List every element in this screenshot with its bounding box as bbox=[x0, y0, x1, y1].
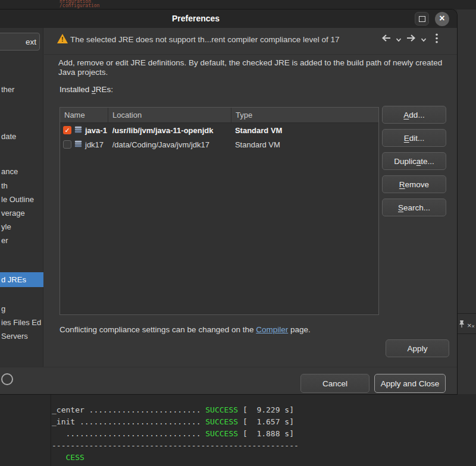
button-text: dd... bbox=[409, 111, 424, 119]
divider bbox=[0, 367, 457, 367]
table-header: Name Location Type bbox=[60, 108, 378, 123]
checkbox-checked[interactable]: ✓ bbox=[63, 126, 71, 134]
console-line: ----------------------------------------… bbox=[52, 440, 299, 451]
maximize-icon bbox=[419, 16, 425, 22]
jre-type: Standard VM bbox=[231, 140, 378, 149]
header-nav bbox=[381, 33, 438, 46]
jre-location: /usr/lib/jvm/java-11-openjdk bbox=[108, 126, 231, 135]
console-success-text: CESS bbox=[65, 453, 84, 462]
console-text: _center ........................ bbox=[52, 405, 205, 414]
button-mnemonic: R bbox=[399, 180, 405, 189]
column-header-location[interactable]: Location bbox=[108, 108, 231, 122]
sidebar-item[interactable]: ther bbox=[1, 83, 14, 96]
table-row[interactable]: ✓ java-1 /usr/lib/jvm/java-11-openjdk St… bbox=[60, 123, 378, 137]
column-header-type[interactable]: Type bbox=[231, 108, 378, 122]
label-text: REs: bbox=[96, 85, 113, 94]
divider bbox=[51, 394, 51, 466]
background-top-strip: nfiguration /configuration bbox=[0, 0, 476, 10]
sidebar-item[interactable]: le Outline bbox=[1, 193, 34, 206]
preferences-dialog: Preferences × ext ther date ance th le O… bbox=[0, 10, 457, 394]
console-toolbar: ×× bbox=[458, 317, 476, 333]
note-text: page. bbox=[288, 325, 311, 334]
console-text: [ 9.229 s] bbox=[238, 405, 294, 414]
console-text: ----------------------------------------… bbox=[52, 441, 299, 450]
apply-and-close-button[interactable]: Apply and Close bbox=[374, 374, 446, 393]
warning-exclamation: ! bbox=[61, 36, 64, 43]
edit-button[interactable]: Edit... bbox=[382, 129, 446, 147]
sidebar-item[interactable]: g bbox=[1, 303, 5, 316]
button-mnemonic: E bbox=[404, 134, 409, 143]
view-menu-kebab-icon[interactable] bbox=[436, 33, 438, 46]
help-button[interactable] bbox=[1, 373, 13, 385]
background-right-panel: ×× bbox=[457, 10, 476, 394]
sidebar-item[interactable]: ance bbox=[1, 165, 18, 178]
button-mnemonic: S bbox=[398, 203, 403, 212]
button-text: emove bbox=[405, 180, 430, 189]
cancel-button[interactable]: Cancel bbox=[300, 374, 369, 393]
button-text: earch... bbox=[403, 203, 430, 212]
apply-button[interactable]: Apply bbox=[386, 339, 449, 357]
column-header-name[interactable]: Name bbox=[60, 108, 108, 122]
button-mnemonic: A bbox=[403, 111, 409, 119]
console-output: _center ........................ SUCCESS… bbox=[0, 394, 476, 466]
search-button[interactable]: Search... bbox=[382, 199, 446, 216]
jre-library-icon bbox=[74, 139, 83, 150]
sidebar-item[interactable]: ies Files Ed bbox=[1, 316, 41, 329]
preferences-sidebar: ext ther date ance th le Outline verage … bbox=[0, 28, 43, 367]
cell-name: ✓ java-1 bbox=[60, 125, 108, 136]
pin-console-icon[interactable] bbox=[458, 320, 465, 330]
jre-type: Standard VM bbox=[231, 126, 378, 135]
filter-input[interactable]: ext bbox=[0, 33, 40, 51]
jre-name: java-1 bbox=[85, 126, 107, 135]
cell-name: jdk17 bbox=[60, 139, 108, 150]
compiler-page-link[interactable]: Compiler bbox=[256, 325, 288, 334]
add-button[interactable]: Add... bbox=[382, 106, 446, 124]
dialog-titlebar: Preferences × bbox=[0, 10, 457, 28]
close-all-consoles-icon[interactable]: ×× bbox=[467, 322, 475, 329]
back-arrow-icon[interactable] bbox=[381, 34, 392, 45]
console-success-text: SUCCESS bbox=[205, 405, 238, 414]
sidebar-item[interactable]: Servers bbox=[1, 330, 28, 343]
sidebar-item[interactable]: yle bbox=[1, 221, 11, 234]
divider bbox=[44, 54, 457, 55]
console-line: ............................. SUCCESS [ … bbox=[52, 429, 294, 439]
console-success-text: SUCCESS bbox=[205, 429, 238, 438]
close-icon: × bbox=[439, 13, 444, 23]
remove-button[interactable]: Remove bbox=[382, 175, 446, 193]
installed-jres-label: Installed JREs: bbox=[60, 85, 113, 94]
warning-icon: ! bbox=[57, 34, 68, 44]
note-text: Conflicting compliance settings can be c… bbox=[60, 325, 256, 334]
forward-history-chevron-icon[interactable] bbox=[421, 34, 427, 45]
console-text: [ 1.657 s] bbox=[238, 417, 294, 426]
label-text: Installed bbox=[60, 85, 92, 94]
background-terminal-text: /configuration bbox=[60, 4, 99, 8]
duplicate-button[interactable]: Duplicate... bbox=[382, 152, 446, 170]
close-button[interactable]: × bbox=[435, 12, 449, 26]
warning-message: The selected JRE does not support th...r… bbox=[70, 35, 340, 44]
console-text: _init .......................... bbox=[52, 417, 205, 426]
console-line: _center ........................ SUCCESS… bbox=[52, 405, 294, 415]
console-text: [ 1.888 s] bbox=[238, 429, 294, 438]
console-text bbox=[52, 453, 65, 462]
console-line: _init .......................... SUCCESS… bbox=[52, 417, 294, 427]
table-row[interactable]: jdk17 /data/Coding/Java/jvm/jdk17 Standa… bbox=[60, 137, 378, 152]
sidebar-item[interactable]: date bbox=[1, 130, 16, 143]
maximize-button[interactable] bbox=[415, 12, 429, 26]
sidebar-item-installed-jres[interactable]: d JREs bbox=[0, 272, 43, 287]
jre-name: jdk17 bbox=[85, 140, 104, 149]
sidebar-item[interactable]: th bbox=[1, 180, 8, 193]
back-history-chevron-icon[interactable] bbox=[396, 34, 402, 45]
sidebar-item[interactable]: verage bbox=[1, 207, 25, 220]
label-mnemonic: J bbox=[92, 85, 96, 94]
console-text: ............................. bbox=[52, 429, 205, 438]
console-success-text: SUCCESS bbox=[205, 417, 238, 426]
divider bbox=[457, 313, 476, 314]
compliance-note: Conflicting compliance settings can be c… bbox=[60, 325, 311, 334]
sidebar-item[interactable]: er bbox=[1, 234, 8, 247]
forward-arrow-icon[interactable] bbox=[406, 34, 416, 45]
checkbox-unchecked[interactable] bbox=[63, 140, 71, 149]
jre-location: /data/Coding/Java/jvm/jdk17 bbox=[108, 140, 231, 149]
console-line: CESS bbox=[52, 452, 84, 463]
dialog-title: Preferences bbox=[0, 10, 457, 28]
filter-text: ext bbox=[26, 37, 36, 46]
